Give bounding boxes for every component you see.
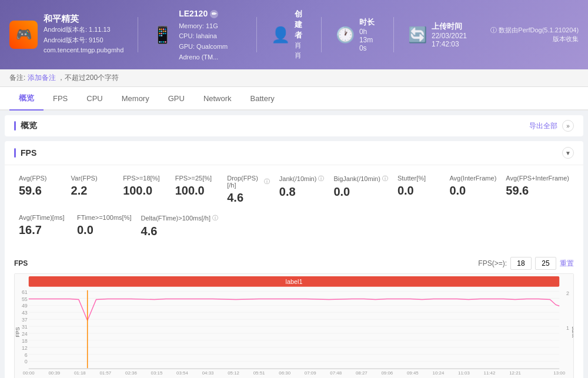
svg-text:12: 12 (22, 345, 28, 351)
svg-text:01:57: 01:57 (99, 370, 111, 376)
overview-bar: 概览 导出全部 » (5, 115, 583, 136)
upload-label: 上传时间 (432, 21, 476, 32)
stat-stutter-value: 0.0 (397, 184, 440, 198)
stat-avg-fps-interframe: Avg(FPS+InterFrame) 59.6 (501, 172, 574, 200)
fps-stats-row1: Avg(FPS) 59.6 Var(FPS) 2.2 FPS>=18[%] 10… (14, 172, 574, 207)
tab-fps[interactable]: FPS (44, 88, 77, 110)
tab-gpu[interactable]: GPU (159, 88, 194, 110)
svg-text:1: 1 (566, 325, 569, 331)
stat-delta-ftime-label: Delta(FTime)>100ms[/h]ⓘ (141, 214, 219, 222)
svg-rect-0 (15, 274, 573, 378)
fps-threshold-2-input[interactable] (535, 257, 556, 270)
creator-value: 肖 肖 (295, 41, 307, 61)
svg-text:label1: label1 (285, 278, 302, 285)
stat-avg-fps-interframe-value: 59.6 (506, 184, 569, 198)
app-icon: 🎮 (9, 21, 38, 49)
stat-avg-fps-value: 59.6 (19, 184, 62, 198)
bigjank-info-icon[interactable]: ⓘ (382, 175, 388, 183)
tab-memory[interactable]: Memory (112, 88, 159, 110)
stat-drop-fps-label: Drop(FPS)[/h]ⓘ (227, 175, 270, 189)
tab-network[interactable]: Network (194, 88, 241, 110)
svg-text:04:33: 04:33 (202, 370, 214, 376)
svg-text:24: 24 (22, 331, 28, 337)
stat-var-fps-value: 2.2 (71, 184, 114, 198)
app-android-version-code: Android版本号: 9150 (44, 35, 123, 46)
tab-battery[interactable]: Battery (241, 88, 284, 110)
stat-drop-fps-value: 4.6 (227, 191, 270, 205)
svg-text:Jank: Jank (571, 327, 573, 338)
svg-text:13:00: 13:00 (553, 370, 565, 376)
notes-prefix: 备注: (9, 73, 25, 82)
svg-text:31: 31 (22, 324, 28, 330)
svg-text:43: 43 (22, 310, 28, 316)
content-area: 概览 导出全部 » FPS ▼ Avg(FPS) 59.6 Var(FPS) 2… (0, 111, 588, 378)
fps-chart-container: FPS FPS(>=): 重置 (5, 252, 583, 378)
data-source-text: 数据由PerfDog(5.1.210204)版本收集 (499, 26, 579, 42)
phone-icon: 📱 (152, 25, 173, 45)
tab-cpu[interactable]: CPU (77, 88, 112, 110)
overview-collapse-button[interactable]: » (562, 120, 574, 132)
fps-collapse-button[interactable]: ▼ (562, 147, 574, 159)
app-android-version-name: Android版本名: 1.11.13 (44, 25, 123, 35)
svg-text:FPS: FPS (15, 327, 21, 337)
drop-fps-info-icon[interactable]: ⓘ (264, 178, 270, 186)
upload-content: 上传时间 22/03/2021 17:42:03 (432, 21, 476, 48)
svg-text:05:51: 05:51 (253, 370, 265, 376)
stat-fps25-value: 100.0 (175, 184, 218, 198)
duration-stat: 🕐 时长 0h 13m 0s (336, 17, 379, 52)
stat-delta-ftime: Delta(FTime)>100ms[/h]ⓘ 4.6 (136, 212, 223, 240)
svg-text:11:42: 11:42 (484, 370, 496, 376)
stat-avg-ftime: Avg(FTime)[ms] 16.7 (14, 212, 72, 239)
app-name: 和平精英 (44, 14, 123, 25)
creator-stat: 👤 创建者 肖 肖 (271, 9, 307, 61)
app-icon-image: 🎮 (9, 21, 38, 49)
svg-text:06:30: 06:30 (279, 370, 290, 376)
stat-avg-ftime-value: 16.7 (19, 223, 68, 237)
fps-chart-title: FPS (14, 259, 28, 267)
notes-bar: 备注: 添加备注 ，不超过200个字符 (0, 69, 588, 87)
stat-jank-label: Jank(/10min)ⓘ (279, 175, 325, 183)
svg-text:49: 49 (22, 303, 28, 309)
svg-text:12:21: 12:21 (509, 370, 521, 376)
stat-empty-1 (223, 212, 574, 216)
creator-label: 创建者 (295, 9, 307, 41)
header-divider-4 (393, 17, 394, 52)
stat-stutter-label: Stutter[%] (397, 175, 440, 182)
tab-overview[interactable]: 概览 (9, 87, 44, 111)
stat-fps25-label: FPS>=25[%] (175, 175, 218, 182)
fps-chart-controls: FPS(>=): 重置 (478, 257, 574, 270)
device-details: LE2120 ✏ Memory: 11G CPU: lahaina GPU: Q… (179, 7, 242, 62)
export-all-button[interactable]: 导出全部 (529, 121, 557, 131)
stat-stutter: Stutter[%] 0.0 (393, 172, 445, 200)
stat-jank: Jank(/10min)ⓘ 0.8 (275, 172, 329, 201)
fps-reset-button[interactable]: 重置 (560, 259, 574, 269)
fps-chart-wrapper: label1 61 (14, 273, 574, 378)
edit-icon[interactable]: ✏ (210, 10, 218, 18)
header: 🎮 和平精英 Android版本名: 1.11.13 Android版本号: 9… (0, 0, 588, 69)
stat-fps18: FPS>=18[%] 100.0 (118, 172, 171, 200)
fps-chart-svg: label1 61 (15, 274, 573, 378)
jank-info-icon[interactable]: ⓘ (318, 175, 324, 183)
stat-bigjank-label: BigJank(/10min)ⓘ (333, 175, 387, 183)
svg-text:09:06: 09:06 (381, 370, 393, 376)
tabs-bar: 概览 FPS CPU Memory GPU Network Battery (0, 87, 588, 111)
upload-stat: 🔄 上传时间 22/03/2021 17:42:03 (408, 21, 476, 48)
stat-fps25: FPS>=25[%] 100.0 (171, 172, 223, 200)
fps-threshold-1-input[interactable] (510, 257, 532, 270)
clock-icon: 🕐 (336, 26, 355, 44)
upload-icon: 🔄 (408, 26, 427, 44)
header-divider-1 (138, 17, 138, 52)
upload-value: 22/03/2021 17:42:03 (432, 32, 476, 48)
stat-ftime100: FTime>=100ms[%] 0.0 (72, 212, 136, 239)
svg-text:11:03: 11:03 (458, 370, 470, 376)
data-source: ⓘ 数据由PerfDog(5.1.210204)版本收集 (490, 26, 579, 44)
fps-gte-label: FPS(>=): (478, 259, 507, 267)
notes-link[interactable]: 添加备注 (28, 73, 56, 82)
overview-title: 概览 (14, 121, 37, 131)
data-source-icon: ⓘ (490, 26, 499, 34)
stat-avg-fps: Avg(FPS) 59.6 (14, 172, 66, 200)
delta-ftime-info-icon[interactable]: ⓘ (212, 214, 218, 222)
duration-value: 0h 13m 0s (359, 28, 379, 52)
svg-text:03:54: 03:54 (176, 370, 188, 376)
svg-text:08:27: 08:27 (356, 370, 368, 376)
